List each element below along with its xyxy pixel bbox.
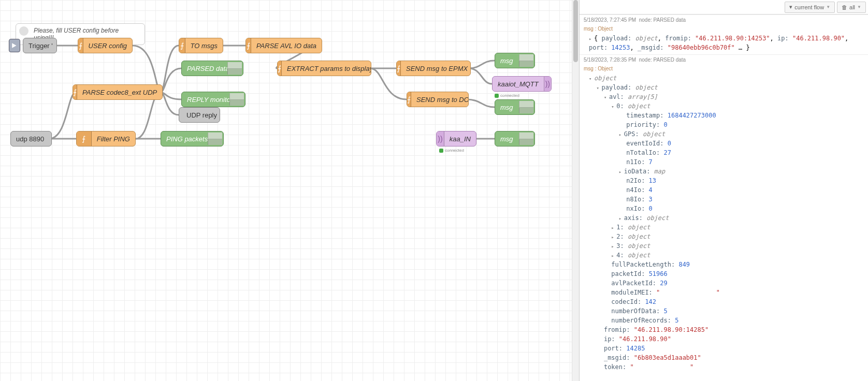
function-icon: ⨍ (278, 61, 282, 76)
filter-icon: ▾ (789, 4, 792, 10)
status-connected-1: connected (495, 93, 519, 98)
node-parsed-data[interactable]: PARSED data (181, 61, 243, 76)
expand-icon[interactable]: ▸ (619, 215, 624, 223)
node-filter-ping[interactable]: ⨍Filter PING (76, 131, 136, 146)
function-icon: ⨍ (73, 85, 77, 99)
debug-entry-topic: msg : Object (580, 25, 868, 34)
node-trigger[interactable]: Trigger ' (23, 38, 57, 53)
flow-canvas[interactable]: Please, fill USER config before using!!!… (0, 0, 579, 381)
status-connected-2: connected (439, 148, 464, 153)
function-icon: ⨍ (77, 131, 92, 146)
debug-toggle[interactable] (519, 133, 533, 145)
node-reply-monitor[interactable]: REPLY monitor (181, 92, 245, 107)
filter-button[interactable]: ▾current flow▼ (785, 2, 835, 13)
expand-icon[interactable]: ▸ (611, 253, 616, 260)
clear-button[interactable]: 🗑all▼ (837, 2, 866, 13)
collapse-icon[interactable]: ▾ (611, 104, 616, 111)
expand-icon[interactable]: ▸ (611, 225, 616, 232)
debug-toggle[interactable] (227, 62, 242, 75)
debug-entry-header: 5/18/2023, 7:28:35 PM node: PARSED data (580, 54, 868, 65)
node-extract[interactable]: ⨍EXTRACT params to display (277, 61, 371, 76)
collapse-icon[interactable]: ▾ (604, 94, 609, 101)
canvas-scrollbar[interactable] (572, 0, 579, 381)
debug-entry-header: 5/18/2023, 7:27:45 PM node: PARSED data (580, 14, 868, 25)
expand-icon[interactable]: ▸ (619, 169, 624, 176)
node-kaa-in[interactable]: ))kaa_IN (436, 131, 476, 146)
node-ping-packets[interactable]: PING packets (161, 131, 224, 146)
mqtt-in-icon: )) (437, 131, 444, 146)
function-icon: ⨍ (407, 92, 411, 107)
mqtt-out-icon: )) (544, 77, 551, 91)
node-kaaiot-mqtt[interactable]: kaaiot_MQTT)) (492, 76, 552, 92)
node-msg-2[interactable]: msg (495, 99, 535, 115)
debug-toggle[interactable] (208, 133, 222, 145)
node-user-config[interactable]: ⨍USER config (78, 38, 133, 53)
node-msg-1[interactable]: msg (495, 53, 535, 68)
expand-icon[interactable]: ▸ (589, 36, 594, 43)
node-send-dcx[interactable]: ⨍SEND msg to DCX (407, 92, 469, 107)
wires (0, 0, 579, 381)
debug-sidebar: ▾current flow▼ 🗑all▼ 5/18/2023, 7:27:45 … (579, 0, 868, 381)
collapse-icon[interactable]: ▾ (596, 85, 601, 92)
expand-icon[interactable]: ▸ (619, 131, 624, 139)
debug-toggle[interactable] (519, 101, 533, 113)
expand-icon[interactable]: ▸ (611, 243, 616, 251)
inject-button[interactable] (9, 39, 20, 52)
chevron-down-icon: ▼ (857, 5, 861, 9)
function-icon: ⨍ (246, 38, 251, 53)
function-icon: ⨍ (397, 61, 401, 76)
expand-icon[interactable]: ▸ (611, 234, 616, 241)
debug-toggle[interactable] (519, 54, 533, 67)
node-parse-avl[interactable]: ⨍PARSE AVL IO data (245, 38, 322, 53)
node-udp-reply[interactable]: UDP reply (179, 107, 220, 123)
node-to-msgs[interactable]: ⨍TO msgs (179, 38, 223, 53)
node-parse-codec[interactable]: ⨍PARSE codec8_ext UDP (73, 84, 163, 100)
node-send-epmx[interactable]: ⨍SEND msg to EPMX (396, 61, 471, 76)
debug-toggle[interactable] (229, 93, 244, 106)
debug-entry-topic: msg : Object (580, 65, 868, 74)
node-udp-8890[interactable]: udp 8890 (10, 131, 52, 146)
chevron-down-icon: ▼ (826, 5, 830, 9)
function-icon: ⨍ (179, 38, 185, 53)
debug-toolbar: ▾current flow▼ 🗑all▼ (580, 0, 868, 14)
node-msg-3[interactable]: msg (495, 131, 535, 146)
debug-entry-body[interactable]: ▾object ▾payload: object ▾avl: array[5] … (580, 74, 868, 374)
trash-icon: 🗑 (842, 4, 847, 10)
debug-entry-body[interactable]: ▸{ payload: object, fromip: "46.211.98.9… (580, 34, 868, 54)
debug-messages[interactable]: 5/18/2023, 7:27:45 PM node: PARSED data … (580, 14, 868, 381)
function-icon: ⨍ (78, 38, 83, 53)
collapse-icon[interactable]: ▾ (589, 76, 594, 83)
